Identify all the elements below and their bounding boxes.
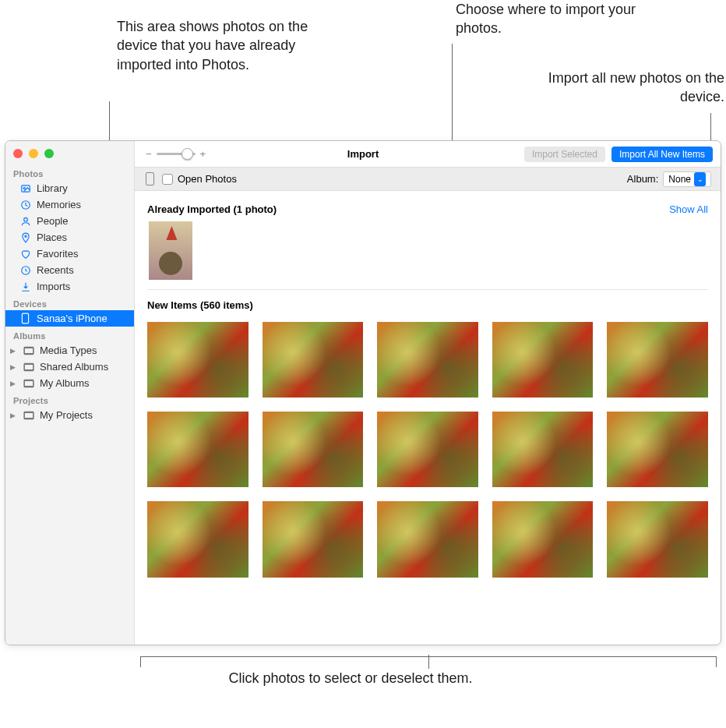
photo-thumbnail[interactable] bbox=[607, 501, 708, 577]
sidebar-item-library[interactable]: Library bbox=[5, 180, 134, 196]
open-photos-label: Open Photos bbox=[178, 173, 237, 185]
heart-icon bbox=[19, 248, 31, 260]
photo-thumbnail[interactable] bbox=[147, 322, 248, 398]
sidebar-item-recents[interactable]: Recents bbox=[5, 262, 134, 278]
show-all-link[interactable]: Show All bbox=[669, 203, 708, 215]
sidebar-item-label: Favorites bbox=[37, 248, 78, 260]
sidebar-item-label: People bbox=[37, 215, 68, 227]
app-window: Photos Library Memories People Places bbox=[5, 140, 721, 645]
sidebar-item-label: Places bbox=[37, 231, 67, 243]
disclosure-icon[interactable]: ▶ bbox=[10, 347, 16, 355]
new-items-header: New Items (560 items) bbox=[147, 299, 253, 311]
photo-thumbnail[interactable] bbox=[607, 412, 708, 487]
zoom-in-icon[interactable]: + bbox=[200, 148, 206, 160]
photo-thumbnail[interactable] bbox=[377, 322, 478, 398]
close-icon[interactable] bbox=[13, 149, 23, 158]
import-selected-button[interactable]: Import Selected bbox=[524, 147, 605, 162]
new-items-grid bbox=[147, 322, 708, 578]
sidebar: Photos Library Memories People Places bbox=[5, 141, 135, 645]
callout-already-imported: This area shows photos on the device tha… bbox=[117, 17, 319, 74]
sidebar-item-label: Media Types bbox=[40, 345, 97, 356]
sidebar-item-my-albums[interactable]: ▶ My Albums bbox=[5, 375, 134, 391]
photo-thumbnail[interactable] bbox=[263, 322, 364, 398]
folder-icon bbox=[23, 409, 34, 421]
sidebar-item-label: Memories bbox=[37, 199, 81, 210]
album-select-value: None bbox=[668, 174, 691, 185]
photo-thumbnail[interactable] bbox=[492, 412, 594, 487]
photo-thumbnail[interactable] bbox=[147, 501, 248, 577]
sidebar-item-favorites[interactable]: Favorites bbox=[5, 246, 134, 262]
sidebar-item-device-phone[interactable]: Sanaa's iPhone bbox=[5, 310, 134, 327]
download-icon bbox=[19, 281, 31, 292]
zoom-icon[interactable] bbox=[44, 149, 54, 158]
photo-thumbnail[interactable] bbox=[263, 501, 364, 577]
svg-point-4 bbox=[24, 235, 26, 237]
callout-import-all: Import all new photos on the device. bbox=[522, 69, 724, 107]
already-imported-header: Already Imported (1 photo) bbox=[147, 203, 277, 215]
album-select[interactable]: None ⌄ bbox=[663, 171, 711, 187]
sidebar-item-places[interactable]: Places bbox=[5, 229, 134, 246]
chevron-down-icon: ⌄ bbox=[694, 172, 706, 186]
zoom-slider[interactable] bbox=[157, 153, 196, 155]
sidebar-item-shared-albums[interactable]: ▶ Shared Albums bbox=[5, 359, 134, 375]
sidebar-section-photos: Photos bbox=[5, 164, 134, 180]
svg-rect-6 bbox=[22, 313, 28, 323]
photo-thumbnail[interactable] bbox=[377, 501, 478, 577]
sidebar-item-label: My Albums bbox=[40, 377, 90, 389]
photo-thumbnail[interactable] bbox=[607, 322, 708, 398]
already-imported-thumbnail[interactable] bbox=[149, 221, 192, 280]
device-icon bbox=[146, 172, 154, 186]
sidebar-item-label: Library bbox=[37, 182, 68, 194]
photo-thumbnail[interactable] bbox=[263, 412, 364, 487]
sidebar-item-people[interactable]: People bbox=[5, 213, 134, 229]
sidebar-item-label: My Projects bbox=[40, 409, 93, 421]
sidebar-item-media-types[interactable]: ▶ Media Types bbox=[5, 342, 134, 359]
places-icon bbox=[19, 231, 31, 243]
sidebar-item-label: Imports bbox=[37, 281, 70, 292]
people-icon bbox=[19, 215, 31, 227]
sidebar-section-devices: Devices bbox=[5, 295, 134, 310]
phone-icon bbox=[19, 313, 31, 324]
svg-point-3 bbox=[23, 217, 27, 221]
sidebar-section-projects: Projects bbox=[5, 391, 134, 407]
sidebar-section-albums: Albums bbox=[5, 327, 134, 342]
folder-icon bbox=[23, 377, 34, 389]
sidebar-item-label: Recents bbox=[37, 264, 74, 276]
zoom-control[interactable]: − + bbox=[146, 148, 206, 160]
page-title: Import bbox=[347, 148, 379, 160]
photo-thumbnail[interactable] bbox=[377, 412, 478, 487]
photo-thumbnail[interactable] bbox=[492, 322, 594, 398]
leader-line bbox=[710, 113, 711, 144]
import-all-button[interactable]: Import All New Items bbox=[611, 147, 713, 162]
folder-icon bbox=[23, 345, 34, 356]
callout-select-photos: Click photos to select or deselect them. bbox=[195, 669, 506, 687]
svg-point-1 bbox=[23, 187, 25, 189]
minimize-icon[interactable] bbox=[29, 149, 38, 158]
disclosure-icon[interactable]: ▶ bbox=[10, 412, 16, 419]
sidebar-item-my-projects[interactable]: ▶ My Projects bbox=[5, 407, 134, 423]
leader-line bbox=[109, 101, 110, 140]
sidebar-item-memories[interactable]: Memories bbox=[5, 196, 134, 213]
sidebar-item-label: Shared Albums bbox=[40, 361, 108, 373]
sidebar-item-label: Sanaa's iPhone bbox=[37, 313, 107, 324]
clock-icon bbox=[19, 264, 31, 276]
window-controls[interactable] bbox=[13, 149, 54, 158]
folder-icon bbox=[23, 361, 34, 373]
album-label: Album: bbox=[627, 173, 658, 185]
leader-line bbox=[428, 655, 429, 669]
callout-choose-album: Choose where to import your photos. bbox=[456, 0, 650, 38]
open-photos-checkbox[interactable] bbox=[162, 174, 173, 185]
import-main: Already Imported (1 photo) Show All New … bbox=[135, 191, 721, 645]
disclosure-icon[interactable]: ▶ bbox=[10, 380, 16, 387]
divider bbox=[147, 289, 708, 290]
memories-icon bbox=[19, 199, 31, 210]
library-icon bbox=[19, 182, 31, 194]
zoom-out-icon[interactable]: − bbox=[146, 148, 152, 160]
photo-thumbnail[interactable] bbox=[492, 501, 594, 577]
photo-thumbnail[interactable] bbox=[147, 412, 248, 487]
zoom-slider-knob[interactable] bbox=[182, 148, 193, 160]
disclosure-icon[interactable]: ▶ bbox=[10, 363, 16, 371]
sidebar-item-imports[interactable]: Imports bbox=[5, 278, 134, 295]
